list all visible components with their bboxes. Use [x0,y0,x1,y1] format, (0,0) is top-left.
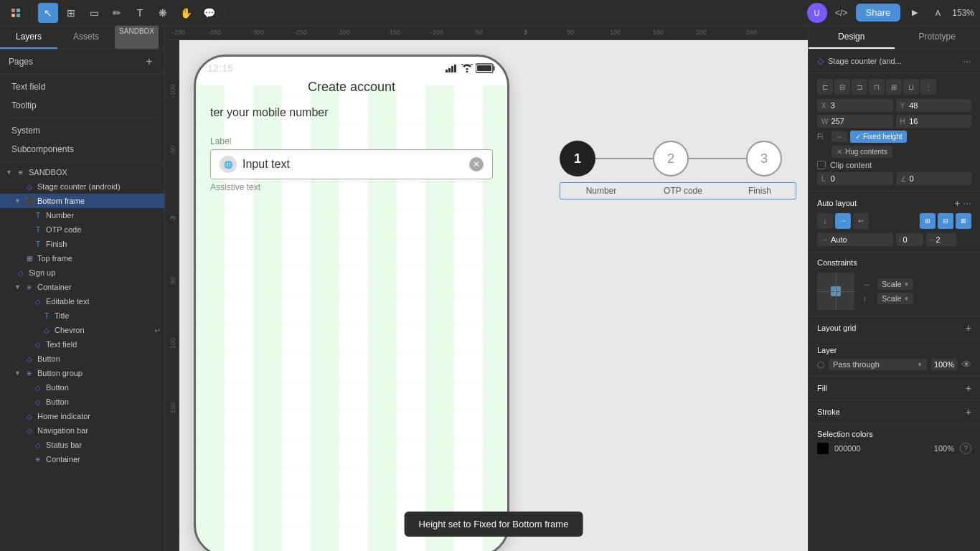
canvas-content[interactable]: -100 -50 3 50 100 150 12:15 [165,40,808,551]
layout-down-icon[interactable]: ↓ [817,213,833,229]
layer-title[interactable]: T Title [0,309,164,323]
layout-right-icon[interactable]: → [835,213,851,229]
hug-contents-button[interactable]: ✕ Hug contents [831,146,892,158]
comment-tool[interactable]: 💬 [199,3,219,23]
layout-align-3[interactable]: ⊠ [956,213,971,229]
gap-field[interactable]: ↔ Auto [817,233,893,246]
auto-layout-more-button[interactable]: ··· [963,197,971,209]
layer-chevron-item[interactable]: ◇ Chevron ↩ [0,323,164,337]
svg-text:200: 200 [696,29,707,36]
component-tool[interactable]: ❋ [153,3,173,23]
page-item-text-field[interactable]: Text field [0,77,164,96]
w-input[interactable] [831,117,888,126]
layer-container-2[interactable]: ≡ Container [0,452,164,466]
assets-tab[interactable]: Assets [57,26,115,49]
layer-button-group[interactable]: ▼ ≡ Button group [0,366,164,380]
select-tool[interactable]: ↖ [38,3,58,23]
padding-h-input[interactable] [936,235,953,244]
x-input[interactable] [831,101,889,110]
code-view-icon[interactable]: </> [833,4,850,22]
layer-container[interactable]: ▼ ≡ Container [0,280,164,294]
h-input[interactable] [909,117,967,126]
zoom-level[interactable]: 153% [952,8,974,18]
figma-menu-icon[interactable] [6,3,26,23]
layer-signup[interactable]: ◇ Sign up [0,265,164,280]
layer-text-field[interactable]: ◇ Text field [0,337,164,352]
dim-field[interactable]: ∠ [896,172,972,185]
layout-align-1[interactable]: ⊞ [920,213,936,229]
fixed-height-button[interactable]: ✓ Fixed height [850,131,907,143]
l-field[interactable]: L [817,172,893,185]
hand-tool[interactable]: ✋ [176,3,196,23]
pen-tool[interactable]: ✏ [107,3,127,23]
prototype-tab[interactable]: Prototype [895,26,981,49]
dim-input[interactable] [910,174,968,183]
input-row[interactable]: 🌐 Input text ✕ [210,149,493,179]
y-field[interactable]: Y [896,99,972,112]
layer-navigation-bar[interactable]: ◇ Navigation bar [0,423,164,438]
padding-v-input[interactable] [903,235,920,244]
clear-input-button[interactable]: ✕ [469,157,484,171]
layer-finish[interactable]: T Finish [0,237,164,251]
layers-tab[interactable]: Layers [0,26,57,49]
layout-grid-add-button[interactable]: + [966,322,971,334]
text-tool[interactable]: T [130,3,150,23]
share-button[interactable]: Share [856,4,901,22]
type-tool-alt[interactable]: A [929,4,946,22]
layout-align-2[interactable]: ⊟ [938,213,953,229]
v-scale-dropdown[interactable]: Scale ▼ [877,293,913,304]
clip-content-checkbox[interactable] [817,161,826,169]
auto-layout-add-button[interactable]: + [954,197,960,209]
add-page-button[interactable]: + [143,55,156,68]
layer-bottom-frame[interactable]: ▼ ⬛ Bottom frame [0,194,164,208]
v-constraint-row: ↕ Scale ▼ [863,293,913,304]
more-options-button[interactable]: ··· [963,55,971,67]
shape-tool[interactable]: ▭ [84,3,104,23]
page-item-system[interactable]: System [0,121,164,140]
page-item-tooltip[interactable]: Tooltip [0,96,164,115]
align-left-icon[interactable]: ⊏ [817,79,833,95]
stage-1-circle: 1 [560,141,595,176]
frame-tool[interactable]: ⊞ [61,3,81,23]
page-item-subcomponents[interactable]: Subcomponents [0,140,164,159]
layer-stage-counter[interactable]: ◇ Stage counter (android) [0,179,164,194]
padding-h-field[interactable]: ↔ [926,233,956,246]
layer-button-2[interactable]: ◇ Button [0,395,164,409]
opacity-field[interactable]: 100% [931,359,957,370]
help-button[interactable]: ? [960,443,971,454]
layer-button[interactable]: ◇ Button [0,352,164,366]
visibility-icon[interactable]: 👁 [961,359,971,370]
layer-sandbox[interactable]: ▼ ≡ SANDBOX [0,165,164,179]
align-top-icon[interactable]: ⊓ [869,79,885,95]
distribute-h-icon[interactable]: ⋮ [920,79,936,95]
canvas-drawing-area[interactable]: 12:15 Create account [179,40,808,551]
blend-mode-dropdown[interactable]: Pass through ▼ [829,359,927,370]
align-middle-v-icon[interactable]: ⊞ [886,79,902,95]
layer-home-indicator[interactable]: ◇ Home indicator [0,409,164,423]
h-field[interactable]: H [896,115,972,128]
layer-status-bar[interactable]: ◇ Status bar [0,438,164,452]
w-field[interactable]: W [817,115,893,128]
layer-otp-code[interactable]: T OTP code [0,222,164,237]
layer-number[interactable]: T Number [0,208,164,222]
padding-v-field[interactable]: ↕ [896,233,923,246]
fill-add-button[interactable]: + [966,382,971,394]
layer-editable-text[interactable]: ◇ Editable text [0,294,164,309]
h-scale-dropdown[interactable]: Scale ▼ [877,278,913,290]
y-input[interactable] [909,101,967,110]
x-field[interactable]: X [817,99,893,112]
fi-mode-button[interactable]: ↔ [831,131,847,142]
l-input[interactable] [831,174,889,183]
stroke-add-button[interactable]: + [966,406,971,418]
align-center-h-icon[interactable]: ⊟ [834,79,850,95]
layout-wrap-icon[interactable]: ↩ [853,213,869,229]
layer-button-1[interactable]: ◇ Button [0,380,164,395]
design-tab[interactable]: Design [809,26,895,49]
user-avatar[interactable]: U [807,3,827,23]
selection-color-swatch[interactable] [817,443,829,454]
align-bottom-icon[interactable]: ⊔ [903,79,919,95]
align-right-icon[interactable]: ⊐ [852,79,867,95]
hug-close-icon: ✕ [837,148,842,156]
layer-top-frame[interactable]: ⊞ Top frame [0,251,164,265]
present-button[interactable]: ▶ [906,4,923,22]
